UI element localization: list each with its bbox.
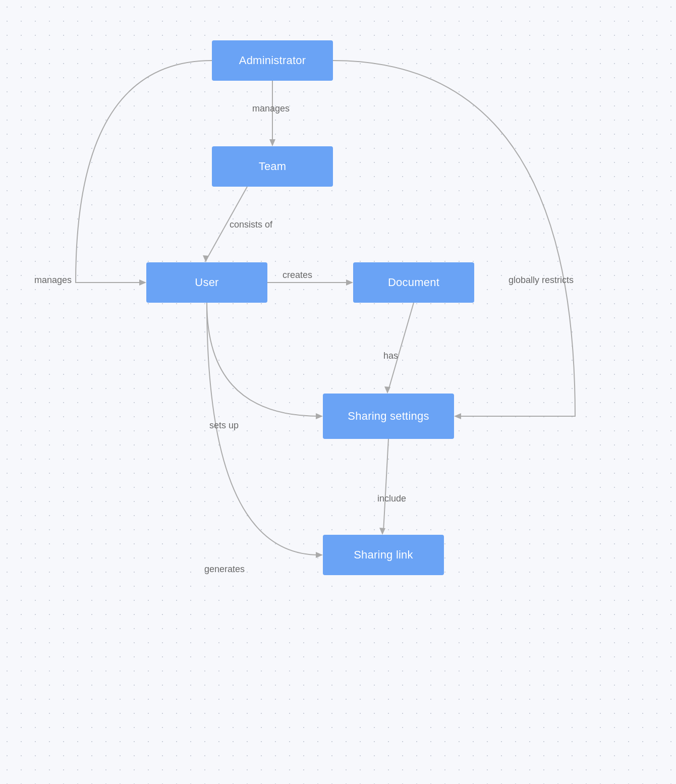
node-team-label: Team bbox=[259, 160, 287, 173]
diagram-arrows bbox=[0, 0, 676, 784]
diagram-canvas: Administrator Team User Document Sharing… bbox=[0, 0, 676, 784]
node-document: Document bbox=[353, 262, 474, 303]
label-manages-down: manages bbox=[252, 103, 290, 114]
svg-marker-4 bbox=[139, 279, 146, 286]
node-document-label: Document bbox=[388, 276, 439, 289]
label-creates: creates bbox=[283, 270, 312, 281]
svg-marker-12 bbox=[379, 528, 385, 535]
label-manages-left: manages bbox=[34, 275, 72, 286]
svg-marker-10 bbox=[454, 413, 461, 419]
label-generates: generates bbox=[204, 564, 245, 575]
node-user: User bbox=[146, 262, 267, 303]
node-administrator: Administrator bbox=[212, 40, 333, 81]
svg-marker-1 bbox=[269, 139, 275, 146]
label-has: has bbox=[383, 351, 398, 361]
svg-line-7 bbox=[388, 303, 414, 390]
svg-line-11 bbox=[383, 439, 388, 531]
svg-marker-13 bbox=[316, 552, 323, 558]
node-sharing-link-label: Sharing link bbox=[354, 548, 413, 562]
node-sharing-link: Sharing link bbox=[323, 535, 444, 575]
label-include: include bbox=[377, 493, 406, 504]
svg-marker-8 bbox=[384, 386, 390, 394]
svg-marker-3 bbox=[203, 255, 209, 262]
node-sharing-settings-label: Sharing settings bbox=[348, 410, 429, 423]
node-administrator-label: Administrator bbox=[239, 54, 306, 67]
label-globally-restricts: globally restricts bbox=[509, 275, 574, 286]
svg-marker-9 bbox=[316, 413, 323, 419]
label-consists-of: consists of bbox=[230, 219, 272, 230]
node-sharing-settings: Sharing settings bbox=[323, 394, 454, 439]
svg-marker-6 bbox=[346, 279, 353, 286]
node-team: Team bbox=[212, 146, 333, 187]
node-user-label: User bbox=[195, 276, 218, 289]
label-sets-up: sets up bbox=[209, 420, 239, 431]
